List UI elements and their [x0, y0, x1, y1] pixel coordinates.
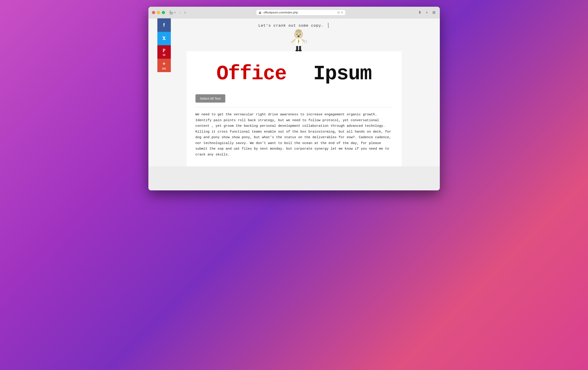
- pinterest-count: 10: [163, 53, 165, 56]
- sidebar-toggle[interactable]: ▾: [169, 11, 176, 14]
- logo-office: Office: [216, 62, 286, 85]
- svg-line-10: [292, 40, 295, 42]
- traffic-lights: [152, 11, 165, 14]
- ipsum-text: We need to get the vernacular right driv…: [196, 112, 393, 158]
- browser-content: Let's crank out some copy. ╱: [148, 18, 440, 166]
- url-text: officeipsum.com/index.php: [263, 11, 336, 14]
- main-card: Office Ipsum Select All Text We need to …: [187, 51, 402, 166]
- svg-rect-0: [259, 12, 261, 14]
- browser-window: ▾ ‹ › officeipsum.com/index.php ⊟ ↻ ⬆ +: [148, 7, 440, 190]
- forward-button[interactable]: ›: [183, 10, 187, 15]
- svg-point-2: [295, 29, 302, 33]
- address-bar[interactable]: officeipsum.com/index.php ⊟ ↻: [256, 10, 346, 15]
- pinterest-button[interactable]: P 10: [157, 45, 171, 59]
- twitter-icon: 𝕏: [163, 36, 166, 41]
- close-button[interactable]: [152, 11, 155, 14]
- svg-rect-12: [304, 40, 306, 43]
- new-tab-button[interactable]: +: [425, 10, 429, 15]
- svg-point-7: [297, 35, 300, 37]
- address-icons: ⊟ ↻: [337, 11, 343, 14]
- svg-rect-15: [299, 46, 301, 50]
- svg-point-6: [300, 34, 300, 35]
- chevron-down-icon: ▾: [174, 11, 176, 14]
- tagline-text: Let's crank out some copy.: [258, 23, 324, 28]
- select-all-button[interactable]: Select All Text: [196, 94, 225, 103]
- address-bar-container: officeipsum.com/index.php ⊟ ↻: [190, 10, 412, 15]
- tab-view-button[interactable]: ⊞: [431, 10, 436, 15]
- facebook-button[interactable]: f: [157, 18, 171, 32]
- tagline: Let's crank out some copy. ╱: [148, 18, 440, 29]
- pinterest-icon: P: [163, 48, 165, 53]
- nav-buttons: ‹ ›: [178, 10, 187, 15]
- plus-count: 161: [162, 67, 166, 70]
- mascot-area: [148, 29, 440, 51]
- back-button[interactable]: ‹: [178, 10, 182, 15]
- lock-icon: [258, 11, 262, 14]
- twitter-button[interactable]: 𝕏: [157, 32, 171, 45]
- select-btn-area: Select All Text: [196, 94, 393, 107]
- title-bar: ▾ ‹ › officeipsum.com/index.php ⊟ ↻ ⬆ +: [148, 7, 440, 18]
- logo-area: Office Ipsum: [196, 58, 393, 94]
- plus-button[interactable]: + 161: [157, 59, 171, 72]
- svg-rect-14: [296, 46, 298, 50]
- minimize-button[interactable]: [157, 11, 160, 14]
- social-sidebar: f 𝕏 P 10 + 161: [157, 18, 171, 72]
- maximize-button[interactable]: [162, 11, 165, 14]
- facebook-icon: f: [163, 22, 165, 28]
- reload-icon[interactable]: ↻: [341, 11, 343, 14]
- logo-ipsum: Ipsum: [313, 62, 372, 85]
- reader-icon[interactable]: ⊟: [337, 11, 340, 14]
- plus-icon: +: [163, 61, 166, 67]
- pen-icon: ╱: [326, 23, 331, 28]
- share-button[interactable]: ⬆: [417, 10, 422, 15]
- sidebar-icon: [169, 11, 174, 14]
- toolbar-right: ⬆ + ⊞: [417, 10, 436, 15]
- svg-point-5: [297, 34, 297, 35]
